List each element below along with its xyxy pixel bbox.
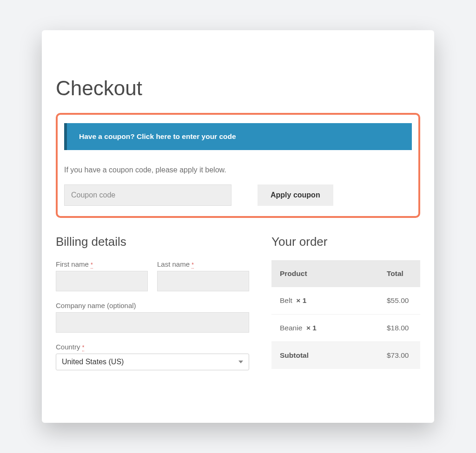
order-item-qty: × 1 — [296, 296, 306, 304]
first-name-label: First name * — [56, 260, 148, 268]
subtotal-label: Subtotal — [271, 342, 378, 369]
order-item-name: Belt — [280, 296, 292, 304]
last-name-input[interactable] — [157, 271, 249, 291]
country-label-text: Country — [56, 343, 80, 351]
coupon-banner[interactable]: Have a coupon? Click here to enter your … — [64, 123, 412, 150]
last-name-label-text: Last name — [157, 260, 190, 268]
company-label: Company name (optional) — [56, 302, 249, 309]
coupon-code-input[interactable] — [64, 184, 231, 206]
order-item-row: Belt × 1 $55.00 — [271, 287, 420, 315]
order-subtotal-row: Subtotal $73.00 — [271, 342, 420, 369]
country-selected-value: United States (US) — [62, 358, 124, 366]
order-summary-section: Your order Product Total Belt × 1 $55.00 — [271, 235, 420, 370]
order-item-name: Beanie — [280, 324, 302, 332]
first-name-input[interactable] — [56, 271, 148, 291]
order-heading: Your order — [271, 235, 420, 249]
country-label: Country * — [56, 343, 249, 351]
order-item-total: $18.00 — [378, 315, 420, 341]
coupon-banner-text: Have a coupon? Click here to enter your … — [79, 132, 236, 140]
order-table-header: Product Total — [271, 260, 420, 287]
required-mark: * — [91, 262, 93, 269]
billing-heading: Billing details — [56, 235, 249, 249]
required-mark: * — [192, 262, 194, 269]
checkout-card: Checkout Have a coupon? Click here to en… — [42, 30, 434, 423]
subtotal-value: $73.00 — [378, 342, 420, 369]
last-name-label: Last name * — [157, 260, 249, 268]
apply-coupon-button[interactable]: Apply coupon — [258, 184, 333, 206]
billing-section: Billing details First name * Last name * — [56, 235, 249, 370]
page-title: Checkout — [56, 77, 420, 100]
chevron-down-icon — [238, 361, 243, 363]
col-total-header: Total — [378, 260, 420, 287]
order-table: Product Total Belt × 1 $55.00 Beanie — [271, 260, 420, 369]
first-name-label-text: First name — [56, 260, 89, 268]
order-item-qty: × 1 — [306, 324, 317, 332]
required-mark: * — [82, 344, 85, 351]
coupon-instructions: If you have a coupon code, please apply … — [64, 166, 412, 174]
order-item-total: $55.00 — [378, 287, 420, 314]
company-input[interactable] — [56, 312, 249, 333]
country-select[interactable]: United States (US) — [56, 354, 249, 370]
order-item-row: Beanie × 1 $18.00 — [271, 315, 420, 342]
coupon-highlight-box: Have a coupon? Click here to enter your … — [56, 113, 420, 218]
col-product-header: Product — [271, 260, 378, 287]
